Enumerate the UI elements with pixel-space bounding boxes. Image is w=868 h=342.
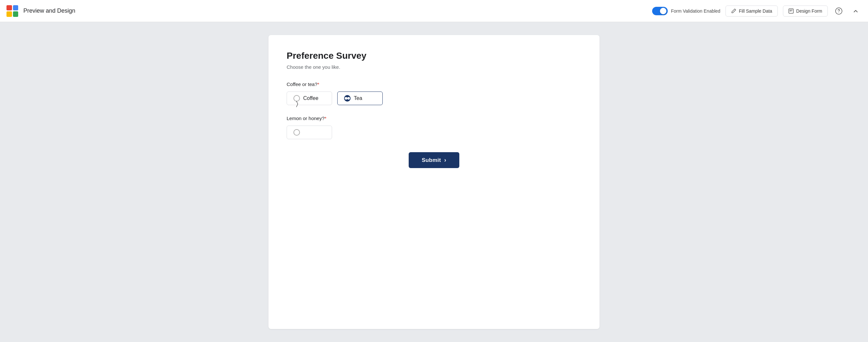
question-2-options (287, 126, 581, 139)
chevron-up-icon (852, 8, 859, 14)
form-card: Preference Survey Choose the one you lik… (269, 35, 599, 329)
submit-button[interactable]: Submit › (409, 152, 459, 168)
tea-option[interactable]: Tea (337, 92, 383, 105)
collapse-button[interactable] (850, 5, 862, 17)
help-button[interactable] (833, 5, 845, 17)
fill-sample-data-button[interactable]: Fill Sample Data (725, 5, 778, 17)
svg-point-2 (838, 12, 839, 13)
required-star-2: * (324, 116, 327, 121)
app-header: Preview and Design Form Validation Enabl… (0, 0, 868, 22)
design-icon (788, 8, 794, 13)
tea-label: Tea (354, 95, 362, 101)
lemon-option[interactable] (287, 126, 332, 139)
header-actions: Form Validation Enabled Fill Sample Data… (652, 5, 862, 17)
submit-area: Submit › (287, 152, 581, 168)
question-1-label: Coffee or tea?* (287, 82, 581, 87)
design-form-label: Design Form (796, 8, 822, 13)
tea-radio-dot (345, 97, 347, 100)
cursor-pointer-icon: 〉 (296, 100, 298, 107)
lemon-radio-circle (293, 129, 300, 136)
form-subtitle: Choose the one you like. (287, 64, 581, 70)
question-1-options: Coffee 〉 Tea (287, 92, 581, 105)
app-logo (6, 5, 18, 17)
form-validation-toggle[interactable] (652, 7, 668, 15)
form-validation-toggle-group: Form Validation Enabled (652, 7, 720, 15)
page-title: Preview and Design (23, 7, 652, 14)
question-1: Coffee or tea?* Coffee 〉 Tea (287, 82, 581, 105)
chevron-right-icon: › (444, 157, 446, 163)
design-form-button[interactable]: Design Form (783, 5, 828, 17)
required-star-1: * (317, 82, 319, 87)
tea-radio-circle (344, 95, 350, 101)
form-title: Preference Survey (287, 51, 581, 61)
question-2: Lemon or honey?* (287, 116, 581, 139)
logo-red (6, 5, 12, 11)
coffee-option[interactable]: Coffee 〉 (287, 92, 332, 105)
submit-label: Submit (422, 157, 441, 163)
logo-yellow (6, 11, 12, 17)
logo-green (13, 11, 19, 17)
toggle-label: Form Validation Enabled (671, 8, 720, 13)
fill-sample-data-label: Fill Sample Data (739, 8, 772, 13)
help-icon (835, 7, 842, 14)
logo-blue (13, 5, 19, 11)
coffee-label: Coffee (303, 95, 318, 101)
pencil-icon (731, 8, 736, 13)
question-2-label: Lemon or honey?* (287, 116, 581, 121)
toggle-thumb (660, 8, 666, 14)
main-content: Preference Survey Choose the one you lik… (0, 22, 868, 342)
